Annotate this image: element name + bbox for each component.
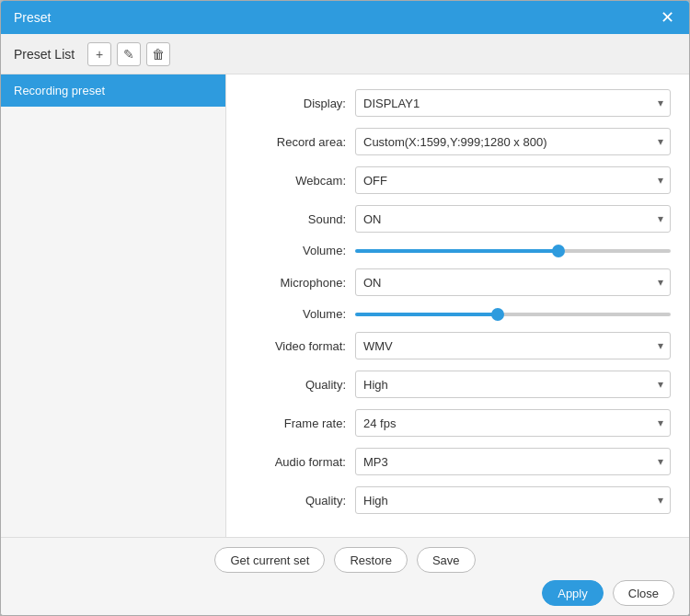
sound-volume-label: Volume: xyxy=(245,244,355,257)
bottom-area: Get current set Restore Save Apply Close xyxy=(1,537,689,615)
record-area-row: Record area: Custom(X:1599,Y:999;1280 x … xyxy=(245,128,671,155)
sound-select-wrapper: ON xyxy=(355,205,671,233)
main-area: Recording preset Display: DISPLAY1 Recor… xyxy=(1,74,689,537)
frame-rate-row: Frame rate: 24 fps xyxy=(245,409,671,437)
sidebar-item-recording-preset[interactable]: Recording preset xyxy=(1,74,225,107)
mic-volume-container xyxy=(355,313,671,316)
microphone-row: Microphone: ON xyxy=(245,268,671,296)
microphone-select-wrapper: ON xyxy=(355,268,671,296)
video-format-label: Video format: xyxy=(245,339,355,353)
add-preset-button[interactable]: + xyxy=(87,42,111,66)
apply-button[interactable]: Apply xyxy=(542,580,604,606)
display-row: Display: DISPLAY1 xyxy=(245,89,671,117)
display-label: Display: xyxy=(245,97,355,110)
video-format-select-wrapper: WMV xyxy=(355,332,671,359)
audio-format-label: Audio format: xyxy=(245,455,355,469)
microphone-label: Microphone: xyxy=(245,276,355,290)
sound-label: Sound: xyxy=(245,212,355,226)
record-area-select-wrapper: Custom(X:1599,Y:999;1280 x 800) xyxy=(355,128,671,155)
sound-select[interactable]: ON xyxy=(355,205,671,233)
mic-volume-slider[interactable] xyxy=(355,313,671,316)
video-quality-row: Quality: High xyxy=(245,371,671,398)
toolbar: Preset List + ✎ 🗑 xyxy=(1,34,689,74)
frame-rate-select-wrapper: 24 fps xyxy=(355,409,671,437)
video-quality-select-wrapper: High xyxy=(355,371,671,398)
sound-volume-row: Volume: xyxy=(245,244,671,257)
save-button[interactable]: Save xyxy=(417,547,476,573)
preset-list-label: Preset List xyxy=(14,47,75,62)
audio-format-row: Audio format: MP3 xyxy=(245,448,671,475)
frame-rate-label: Frame rate: xyxy=(245,416,355,430)
sound-volume-container xyxy=(355,249,671,253)
audio-format-select[interactable]: MP3 xyxy=(355,448,671,475)
sound-row: Sound: ON xyxy=(245,205,671,233)
delete-preset-button[interactable]: 🗑 xyxy=(146,42,170,66)
dialog-title: Preset xyxy=(14,10,51,25)
close-dialog-button[interactable]: Close xyxy=(613,580,674,606)
close-icon[interactable]: ✕ xyxy=(659,9,676,26)
display-select-wrapper: DISPLAY1 xyxy=(355,89,671,117)
mic-volume-label: Volume: xyxy=(245,307,355,321)
get-current-set-button[interactable]: Get current set xyxy=(214,547,325,573)
webcam-select[interactable]: OFF xyxy=(355,166,671,194)
video-format-select[interactable]: WMV xyxy=(355,332,671,359)
audio-quality-select[interactable]: High xyxy=(355,486,671,514)
webcam-row: Webcam: OFF xyxy=(245,166,671,194)
video-quality-select[interactable]: High xyxy=(355,371,671,398)
audio-quality-select-wrapper: High xyxy=(355,486,671,514)
final-row: Apply Close xyxy=(16,580,674,606)
edit-preset-button[interactable]: ✎ xyxy=(117,42,141,66)
record-area-select[interactable]: Custom(X:1599,Y:999;1280 x 800) xyxy=(355,128,671,155)
frame-rate-select[interactable]: 24 fps xyxy=(355,409,671,437)
title-bar: Preset ✕ xyxy=(1,1,689,34)
webcam-label: Webcam: xyxy=(245,174,355,188)
sidebar: Recording preset xyxy=(1,74,226,537)
record-area-label: Record area: xyxy=(245,135,355,149)
mic-volume-row: Volume: xyxy=(245,307,671,321)
video-format-row: Video format: WMV xyxy=(245,332,671,359)
restore-button[interactable]: Restore xyxy=(334,547,408,573)
audio-quality-label: Quality: xyxy=(245,494,355,508)
sound-volume-slider[interactable] xyxy=(355,249,671,253)
audio-format-select-wrapper: MP3 xyxy=(355,448,671,475)
audio-quality-row: Quality: High xyxy=(245,486,671,514)
microphone-select[interactable]: ON xyxy=(355,268,671,296)
content-area: Display: DISPLAY1 Record area: Custom(X:… xyxy=(226,74,689,537)
action-row: Get current set Restore Save xyxy=(16,547,674,573)
preset-dialog: Preset ✕ Preset List + ✎ 🗑 Recording pre… xyxy=(0,0,690,616)
webcam-select-wrapper: OFF xyxy=(355,166,671,194)
display-select[interactable]: DISPLAY1 xyxy=(355,89,671,117)
video-quality-label: Quality: xyxy=(245,378,355,392)
